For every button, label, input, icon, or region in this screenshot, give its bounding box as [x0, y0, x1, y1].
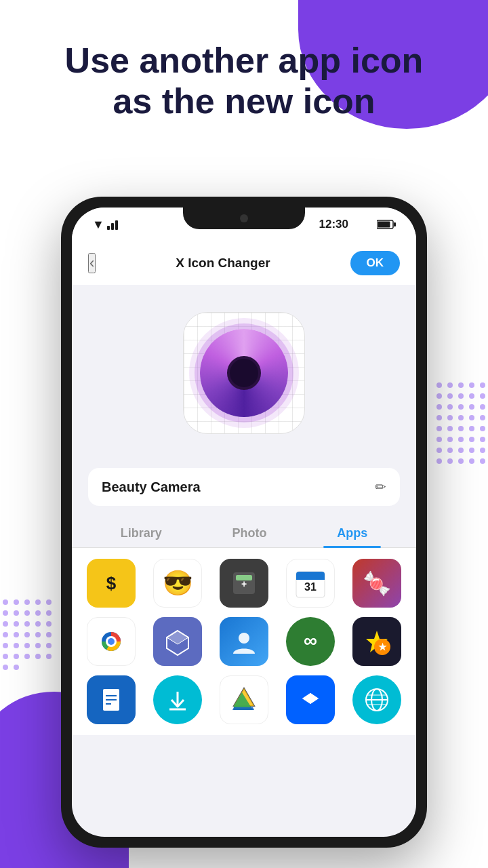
tab-photo[interactable]: Photo	[219, 519, 281, 547]
signal-icon	[107, 219, 118, 230]
phone-screen: ▼ 12:30 ‹ X Icon Changer OK	[72, 208, 416, 837]
tab-bar: Library Photo Apps	[72, 519, 416, 548]
list-item[interactable]: ★	[348, 617, 405, 666]
list-item[interactable]	[282, 675, 339, 724]
list-item[interactable]: 31	[282, 559, 339, 608]
list-item[interactable]	[83, 617, 140, 666]
back-button[interactable]: ‹	[88, 253, 96, 273]
app-icon-downloader[interactable]	[153, 675, 202, 724]
svg-rect-5	[236, 575, 252, 580]
icon-preview-box	[183, 312, 305, 434]
app-name-container[interactable]: Beauty Camera ✏	[88, 468, 400, 506]
app-icon-calendar[interactable]: 31	[286, 559, 335, 608]
svg-point-13	[108, 638, 115, 645]
battery-icon	[377, 220, 396, 229]
apps-grid: $ 😎 +	[72, 548, 416, 735]
dots-pattern-right	[434, 380, 488, 665]
list-item[interactable]: $	[83, 559, 140, 608]
camera-lens	[227, 356, 261, 390]
list-item[interactable]: ∞	[282, 617, 339, 666]
notch	[183, 208, 305, 229]
list-item[interactable]	[348, 675, 405, 724]
list-item[interactable]	[149, 675, 206, 724]
app-icon-contacts[interactable]	[220, 617, 268, 666]
list-item[interactable]: 🍬	[348, 559, 405, 608]
dots-pattern-left	[0, 597, 54, 732]
tab-apps[interactable]: Apps	[323, 519, 381, 547]
list-item[interactable]: +	[216, 559, 272, 608]
list-item[interactable]	[149, 617, 206, 666]
ok-button[interactable]: OK	[350, 251, 401, 275]
app-title: X Icon Changer	[176, 256, 270, 271]
svg-rect-2	[394, 222, 396, 226]
svg-rect-8	[296, 577, 325, 580]
app-icon-superstar[interactable]: ★	[352, 617, 401, 666]
svg-marker-32	[302, 693, 319, 704]
app-icon-earth[interactable]	[352, 675, 401, 724]
svg-marker-30	[232, 707, 254, 710]
page-heading: Use another app icon as the new icon	[0, 41, 488, 122]
app-icon-candycrush[interactable]: 🍬	[352, 559, 401, 608]
app-icon-dropbox[interactable]	[286, 675, 335, 724]
status-time: 12:30	[319, 218, 348, 231]
app-icon-docs[interactable]	[87, 675, 136, 724]
status-bar: ▼ 12:30	[72, 208, 416, 241]
tab-library[interactable]: Library	[107, 519, 176, 547]
app-icon-bitmoji[interactable]: 😎	[153, 559, 202, 608]
svg-text:31: 31	[304, 581, 317, 593]
app-icon-chrome[interactable]	[87, 617, 136, 666]
list-item[interactable]	[216, 617, 272, 666]
heading-text: Use another app icon as the new icon	[27, 41, 461, 122]
camera-dot	[240, 214, 248, 222]
app-icon-askai[interactable]: ∞	[286, 617, 335, 666]
app-icon-drive[interactable]	[220, 675, 268, 724]
edit-icon[interactable]: ✏	[375, 479, 386, 495]
app-icon-cashapp[interactable]: $	[87, 559, 136, 608]
svg-text:∞: ∞	[304, 630, 317, 651]
status-left: ▼	[92, 218, 118, 232]
phone-mockup: ▼ 12:30 ‹ X Icon Changer OK	[61, 197, 427, 848]
tabs-container: Library Photo Apps	[72, 506, 416, 548]
app-icon-calculator[interactable]: +	[220, 559, 268, 608]
svg-rect-1	[378, 222, 390, 228]
list-item[interactable]	[83, 675, 140, 724]
svg-marker-15	[167, 631, 188, 644]
svg-point-16	[239, 633, 249, 644]
list-item[interactable]	[216, 675, 272, 724]
list-item[interactable]: 😎	[149, 559, 206, 608]
beauty-camera-app-icon	[200, 329, 288, 417]
icon-preview-area	[72, 285, 416, 454]
app-icon-3d[interactable]	[153, 617, 202, 666]
app-name-label: Beauty Camera	[102, 479, 201, 495]
app-header: ‹ X Icon Changer OK	[72, 241, 416, 285]
wifi-icon: ▼	[92, 218, 104, 232]
svg-text:★: ★	[378, 642, 387, 652]
